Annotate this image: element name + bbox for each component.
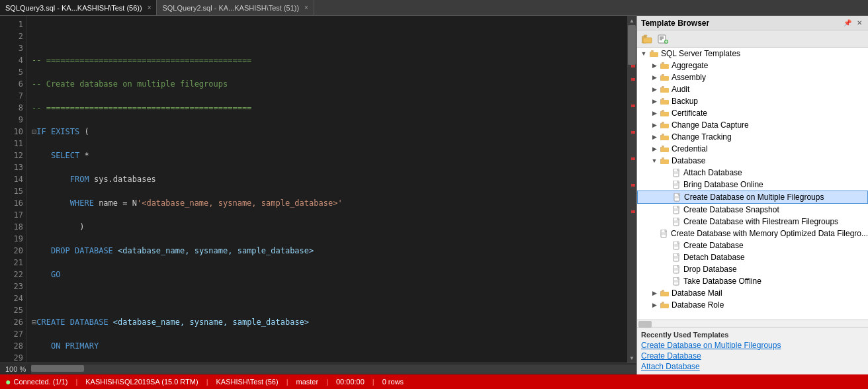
tb-close-icon[interactable]: ✕	[855, 19, 864, 28]
tb-item-create-database-memory-optimized[interactable]: ▶ Create Database with Memory Optimized …	[637, 228, 868, 239]
tb-recent-link-3[interactable]: Attach Database	[641, 361, 864, 372]
tb-root-item[interactable]: ▼ SQL Server Templates	[637, 48, 868, 60]
code-editor[interactable]: -- =====================================…	[26, 16, 627, 363]
tb-backup-expand[interactable]: ▶	[649, 96, 660, 107]
tb-item-create-database-snapshot[interactable]: ▶ Create Database Snapshot	[637, 204, 868, 216]
tb-database-expand[interactable]: ▼	[649, 155, 660, 166]
svg-rect-27	[661, 112, 669, 116]
tab-2-label: SQLQuery2.sql - KA...KASHISH\Test (51))	[162, 4, 299, 12]
tb-assembly-folder-icon	[660, 73, 670, 82]
tb-item-detach-database[interactable]: ▶ Detach Database	[637, 251, 868, 263]
svg-rect-32	[662, 134, 664, 135]
tb-item-bring-database-online[interactable]: ▶ Bring Database Online	[637, 179, 868, 191]
tb-change-tracking-expand[interactable]: ▶	[649, 132, 660, 142]
status-connection-text: Connected. (1/1)	[13, 378, 67, 386]
tab-1-close[interactable]: ×	[148, 4, 152, 11]
tb-change-data-capture-expand[interactable]: ▶	[649, 120, 660, 130]
svg-rect-20	[662, 86, 664, 87]
tb-item-audit[interactable]: ▶ Audit	[637, 83, 868, 95]
zoom-label: 100 %	[0, 365, 31, 373]
tb-take-db-offline-file-icon	[672, 277, 682, 286]
status-time-text: 00:00:00	[336, 378, 365, 386]
tb-item-take-database-offline[interactable]: ▶ Take Database Offline	[637, 275, 868, 287]
tb-recently-used-title: Recently Used Templates	[641, 331, 864, 339]
svg-rect-39	[661, 159, 669, 164]
tb-aggregate-expand[interactable]: ▶	[649, 60, 660, 71]
tb-item-aggregate[interactable]: ▶ Aggregate	[637, 60, 868, 71]
tb-item-create-database[interactable]: ▶ Create Database	[637, 239, 868, 251]
status-connection: ● Connected. (1/1)	[5, 376, 67, 387]
tb-open-folder-button[interactable]	[640, 32, 654, 46]
tb-item-change-tracking[interactable]: ▶ Change Tracking	[637, 131, 868, 143]
tb-create-db-snapshot-label: Create Database Snapshot	[683, 205, 779, 214]
tb-recent-link-1[interactable]: Create Database on Multiple Filegroups	[641, 340, 864, 351]
tb-item-backup[interactable]: ▶ Backup	[637, 95, 868, 107]
tab-1[interactable]: SQLQuery3.sql - KA...KASHISH\Test (56)) …	[0, 0, 157, 15]
editor-scrollbar-horizontal[interactable]	[31, 365, 636, 374]
tb-create-db-memory-file-icon	[659, 229, 670, 238]
editor-bottom-bar: 100 %	[0, 363, 636, 374]
tb-database-mail-folder-icon	[660, 288, 670, 298]
tb-pin-icon[interactable]: 📌	[843, 19, 852, 28]
tb-tree-scrollbar-h[interactable]	[637, 320, 868, 327]
tb-credential-folder-icon	[660, 144, 670, 153]
svg-rect-18	[661, 76, 669, 81]
tb-create-db-memory-label: Create Database with Memory Optimized Da…	[671, 229, 868, 238]
tb-database-folder-icon	[660, 156, 670, 165]
tb-create-db-snapshot-file-icon	[672, 205, 682, 214]
tab-2-close[interactable]: ×	[304, 4, 308, 11]
tb-item-drop-database[interactable]: ▶ Drop Database	[637, 263, 868, 275]
tb-item-create-database-multiple-filegroups[interactable]: ▶ Create Database on Multiple Filegroups	[637, 191, 868, 204]
status-sep-5: |	[372, 378, 374, 386]
svg-rect-24	[661, 100, 669, 105]
svg-rect-11	[651, 50, 654, 52]
svg-rect-33	[661, 136, 669, 140]
tb-credential-expand[interactable]: ▶	[649, 144, 660, 154]
tb-item-attach-database[interactable]: ▶ Attach Database	[637, 167, 868, 179]
tb-item-database[interactable]: ▼ Database	[637, 155, 868, 167]
tb-audit-expand[interactable]: ▶	[649, 84, 660, 95]
svg-rect-38	[662, 157, 664, 159]
tb-item-database-mail[interactable]: ▶ Database Mail	[637, 287, 868, 299]
svg-rect-17	[662, 74, 664, 75]
scroll-thumb-v[interactable]	[628, 25, 636, 65]
svg-rect-29	[662, 122, 664, 123]
tb-database-role-label: Database Role	[672, 300, 724, 310]
tb-item-create-database-filestream[interactable]: ▶ Create Database with Filestream Filegr…	[637, 216, 868, 228]
status-database: KASHISH\Test (56)	[216, 378, 279, 386]
tb-recent-link-2[interactable]: Create Database	[641, 351, 864, 361]
svg-rect-72	[661, 292, 669, 296]
tb-database-role-expand[interactable]: ▶	[649, 300, 660, 310]
tb-attach-database-label: Attach Database	[683, 168, 742, 177]
tb-database-label: Database	[672, 156, 705, 165]
tb-root-expand[interactable]: ▼	[638, 48, 649, 59]
svg-rect-14	[662, 62, 664, 64]
scroll-down-arrow[interactable]: ▼	[627, 353, 636, 363]
tab-2[interactable]: SQLQuery2.sql - KA...KASHISH\Test (51)) …	[157, 0, 314, 15]
svg-rect-35	[662, 146, 664, 147]
tb-detach-db-label: Detach Database	[683, 253, 745, 262]
editor-scrollbar-vertical[interactable]: ▲ ▼	[627, 16, 636, 363]
tb-create-db-label: Create Database	[683, 241, 744, 250]
svg-rect-71	[662, 290, 664, 291]
tb-title: Template Browser	[641, 19, 709, 28]
tb-new-query-button[interactable]	[656, 32, 670, 46]
status-sep-4: |	[326, 378, 328, 386]
status-server-text: KASHISH\SQL2019SA (15.0 RTM)	[85, 378, 198, 386]
tb-take-db-offline-label: Take Database Offline	[683, 277, 761, 286]
scroll-up-arrow[interactable]: ▲	[627, 16, 636, 25]
tb-item-certificate[interactable]: ▶ Certificate	[637, 107, 868, 119]
svg-rect-75	[661, 304, 669, 308]
tb-item-change-data-capture[interactable]: ▶ Change Data Capture	[637, 119, 868, 131]
status-sep-1: |	[75, 378, 77, 386]
tb-change-tracking-label: Change Tracking	[672, 132, 732, 142]
tb-item-credential[interactable]: ▶ Credential	[637, 143, 868, 155]
tb-title-icons: 📌 ✕	[843, 19, 864, 28]
tb-assembly-expand[interactable]: ▶	[649, 72, 660, 83]
tb-certificate-expand[interactable]: ▶	[649, 108, 660, 118]
status-login-text: master	[296, 378, 319, 386]
tb-item-assembly[interactable]: ▶ Assembly	[637, 71, 868, 83]
tb-item-database-role[interactable]: ▶ Database Role	[637, 299, 868, 311]
tb-database-mail-expand[interactable]: ▶	[649, 288, 660, 298]
tb-tree: ▼ SQL Server Templates ▶ Aggregate ▶	[637, 48, 868, 320]
